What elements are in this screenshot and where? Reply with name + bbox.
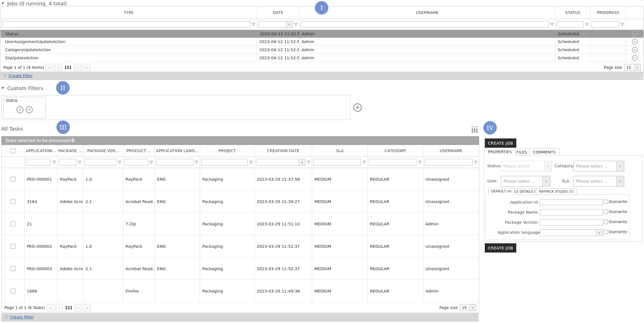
category-select[interactable]: Please select ...∨ [574,161,624,171]
tasks-filter-language-input[interactable] [156,159,193,166]
tasks-filter-date-select[interactable]: ∨ [256,159,305,166]
tab-properties[interactable]: PROPERTIES [484,148,516,156]
collapse-triangle-icon[interactable] [2,2,4,5]
tasks-col-project[interactable]: PROJECT [200,145,255,156]
jobs-col-type[interactable]: TYPE [1,6,257,19]
overwrite-checkbox[interactable] [604,220,608,224]
delete-filter-icon[interactable] [25,106,33,114]
tasks-col-creation-date[interactable]: CREATION DATE [255,145,312,156]
tasks-col-app-language[interactable]: APPLICATION LANG... [155,145,200,156]
tasks-col-category[interactable]: CATEGORY [368,145,423,156]
jobs-filter-progress-input[interactable] [592,21,619,28]
last-page-button[interactable]: » [83,64,90,71]
tasks-filter-sla-input[interactable] [313,159,361,166]
filter-funnel-icon[interactable] [621,23,624,26]
task-row[interactable]: 3164Adobe Acroba... 2.1Acrobat Read... E… [2,190,479,213]
cancel-job-icon[interactable] [632,55,638,61]
task-row[interactable]: PKG-000001RayPack 1.0RayPack ENGPackagin… [2,168,479,190]
filter-funnel-icon[interactable] [294,23,298,26]
select-all-checkbox[interactable] [11,148,15,153]
prev-page-button[interactable]: ‹ [56,304,63,311]
sla-select[interactable]: Please select ...∨ [574,176,624,187]
edit-filter-icon[interactable] [16,106,24,114]
last-page-button[interactable]: » [84,304,91,311]
row-checkbox[interactable] [11,177,15,181]
package-name-input[interactable] [540,209,603,215]
tasks-filter-category-input[interactable] [369,159,417,166]
tasks-col-sla[interactable]: SLA [312,145,368,156]
filter-funnel-icon[interactable] [195,161,198,164]
filter-funnel-icon[interactable] [474,161,477,164]
jobs-col-date[interactable]: DATE [257,6,299,19]
subtab-default[interactable]: DEFAULT (4) [488,188,514,195]
application-language-select[interactable]: ∨ [540,229,603,236]
add-filter-icon[interactable] [353,103,362,112]
create-job-button-bottom[interactable]: CREATE JOB [485,243,516,253]
jobs-filter-type-input[interactable] [2,21,250,28]
overwrite-checkbox[interactable] [604,210,608,214]
filter-funnel-icon[interactable] [118,161,122,164]
tasks-col-username[interactable]: USERNAME [423,145,479,156]
user-select[interactable]: Please select ...∨ [501,176,550,187]
tasks-filter-version-input[interactable] [85,159,117,166]
job-row[interactable]: SlaUpdateAction 2023-04-12 11:52:55 Admi… [1,54,643,62]
row-checkbox[interactable] [11,289,15,293]
job-row[interactable]: CategoryUpdateAction 2023-04-12 11:52:55… [1,46,643,54]
jobs-col-progress[interactable]: PROGRESS [590,6,626,19]
subtab-raypack-studio[interactable]: RAYPACK STUDIO (5) [536,188,576,195]
jobs-page-size-select[interactable]: 15∨ [624,64,641,71]
overwrite-checkbox[interactable] [604,200,608,204]
filter-funnel-icon[interactable] [585,23,589,26]
jobs-col-status[interactable]: STATUS [555,6,590,19]
cancel-job-icon[interactable] [632,31,638,37]
current-page[interactable]: [1] [66,305,72,310]
filter-funnel-icon[interactable] [550,23,554,26]
tasks-page-size-select[interactable]: 15∨ [460,304,476,311]
tasks-col-package-version[interactable]: PACKAGE VER... [83,145,123,156]
filter-funnel-icon[interactable] [78,161,82,164]
filter-funnel-icon[interactable] [307,161,310,164]
task-row[interactable]: 1688 Firefox Packaging 2023-03-29 11:49:… [2,280,479,302]
tasks-create-filter-link[interactable]: Create Filter [10,315,34,319]
collapse-triangle-icon[interactable] [2,87,4,89]
filter-funnel-icon[interactable] [52,161,56,164]
package-version-input[interactable] [540,219,603,225]
next-page-button[interactable]: › [74,64,81,71]
prev-page-button[interactable]: ‹ [55,64,62,71]
custom-filter-chip[interactable]: Status [3,97,46,119]
create-job-button-top[interactable]: CREATE JOB [485,138,516,148]
application-id-input[interactable] [540,199,603,205]
row-checkbox[interactable] [11,199,15,204]
first-page-button[interactable]: « [47,304,54,311]
filter-funnel-icon[interactable] [362,161,366,164]
tasks-filter-username-input[interactable] [425,159,472,166]
row-checkbox[interactable] [11,221,15,226]
tasks-filter-product-input[interactable] [125,159,148,166]
cancel-job-icon[interactable] [632,47,638,53]
filter-funnel-icon[interactable] [252,23,255,26]
tasks-filter-package-input[interactable] [59,159,77,166]
overwrite-checkbox[interactable] [604,230,608,234]
row-checkbox[interactable] [11,266,15,271]
status-select[interactable]: Please select ...∨ [501,161,552,171]
cancel-job-icon[interactable] [632,39,638,45]
job-row[interactable]: UserAssignmentUpdateAction 2023-04-12 11… [1,38,643,46]
tab-comments[interactable]: COMMENTS [529,148,560,156]
filter-funnel-icon[interactable] [149,161,153,164]
tasks-filter-project-input[interactable] [201,159,248,166]
tasks-filter-application-input[interactable] [26,159,51,166]
jobs-create-filter-link[interactable]: Create Filter [9,74,33,78]
task-row[interactable]: PKG-000002RayPack 1.0RayPack ENGPackagin… [2,235,479,258]
tasks-col-product[interactable]: PRODUCT ... [123,145,155,156]
filter-funnel-icon[interactable] [249,161,253,164]
task-row[interactable]: 21 7-Zip Packaging 2023-03-29 11:51:10ME… [2,213,479,235]
filter-funnel-icon[interactable] [418,161,422,164]
jobs-col-username[interactable]: USERNAME [299,6,555,19]
jobs-filter-date-select[interactable]: ∨ [258,21,293,28]
tasks-col-application[interactable]: APPLICATION... [25,145,58,156]
jobs-filter-username-input[interactable] [301,21,549,28]
row-checkbox[interactable] [11,244,15,249]
job-row[interactable]: Status 2023-04-12 11:52:55 Admin Schedul… [1,30,643,38]
current-page[interactable]: [1] [65,65,71,70]
tasks-col-package[interactable]: PACKAGE ... [58,145,83,156]
